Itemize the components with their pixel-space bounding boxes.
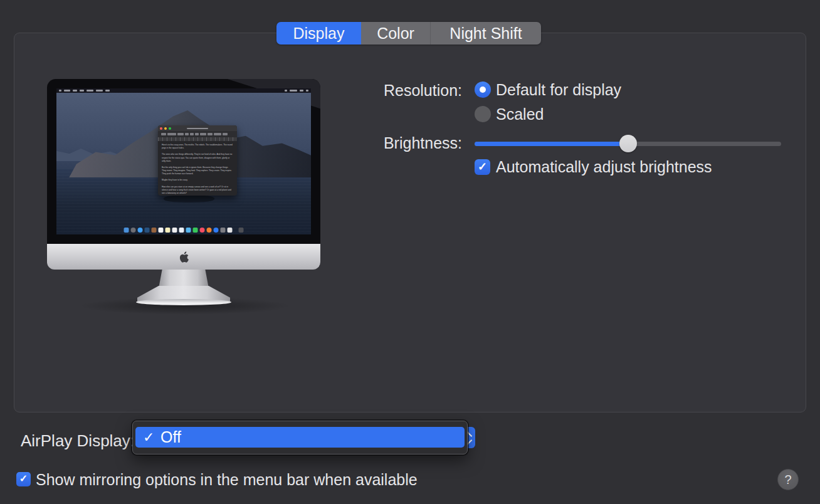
mini-window-text: Here's to the crazy ones. The misfits. T…: [158, 141, 237, 196]
menu-item-off-label: Off: [160, 428, 181, 446]
tab-display[interactable]: Display: [276, 22, 361, 45]
pages-icon: [179, 228, 184, 233]
brightness-slider-knob[interactable]: [619, 135, 637, 152]
help-button[interactable]: ?: [777, 469, 799, 490]
menu-checkmark-icon: ✓: [143, 429, 160, 446]
menu-item-off[interactable]: ✓ Off: [135, 427, 465, 448]
brightness-slider-fill: [475, 142, 628, 146]
textedit-icon: [228, 228, 233, 233]
radio-default-for-display[interactable]: [475, 81, 491, 98]
imac-bezel: Here's to the crazy ones. The misfits. T…: [47, 79, 320, 244]
auto-brightness-label[interactable]: Automatically adjust brightness: [496, 159, 712, 176]
music-icon: [200, 228, 205, 233]
imac-screen: Here's to the crazy ones. The misfits. T…: [56, 88, 311, 234]
trash-icon: [239, 228, 244, 233]
imac-chin: [47, 244, 320, 270]
radio-default-for-display-label[interactable]: Default for display: [496, 81, 621, 98]
mini-minimize-icon: [164, 127, 167, 130]
apple-logo-icon: [179, 251, 189, 263]
radio-scaled[interactable]: [475, 106, 491, 122]
imac-stand-base: [136, 299, 231, 305]
mini-window-titlebar: [158, 125, 237, 131]
messages-icon: [193, 228, 198, 233]
checkmark-icon: ✓: [478, 161, 487, 172]
tab-night-shift[interactable]: Night Shift: [430, 22, 541, 45]
system-preferences-icon: [221, 228, 226, 233]
notes-icon: [166, 228, 171, 233]
mini-menu-bar: [56, 88, 311, 93]
mini-window-toolbar: [158, 131, 237, 137]
podcasts-icon: [207, 228, 212, 233]
brightness-slider[interactable]: [475, 135, 781, 152]
display-preferences-pane: Display Color Night Shift: [0, 0, 820, 504]
safari-icon: [138, 228, 143, 233]
show-mirroring-label[interactable]: Show mirroring options in the menu bar w…: [36, 471, 418, 488]
radio-scaled-label[interactable]: Scaled: [496, 106, 544, 123]
imac-display-illustration: Here's to the crazy ones. The misfits. T…: [47, 79, 320, 316]
airplay-display-label: AirPlay Display:: [21, 432, 135, 450]
mini-window-title: [187, 128, 208, 130]
auto-brightness-checkbox[interactable]: ✓: [475, 159, 490, 175]
mini-textedit-window: Here's to the crazy ones. The misfits. T…: [158, 125, 237, 196]
brightness-label: Brightness:: [274, 135, 462, 152]
mini-dock: [124, 228, 244, 233]
contacts-icon: [152, 228, 157, 233]
mini-zoom-icon: [169, 127, 171, 130]
app-store-icon: [214, 228, 219, 233]
display-tab-bar: Display Color Night Shift: [276, 22, 541, 45]
finder-icon: [124, 228, 129, 233]
mail-icon: [145, 228, 150, 233]
weather-icon: [186, 228, 191, 233]
imac-stand-neck: [159, 270, 209, 288]
show-mirroring-checkbox[interactable]: ✓: [16, 472, 31, 486]
launchpad-icon: [131, 228, 136, 233]
reminders-icon: [172, 228, 177, 233]
calendar-icon: [159, 228, 164, 233]
tab-color[interactable]: Color: [361, 22, 430, 45]
wallpaper-islet: [164, 195, 214, 202]
mini-close-icon: [160, 127, 162, 130]
airplay-open-menu: ✓ Off: [132, 421, 468, 454]
checkmark-icon: ✓: [19, 474, 28, 484]
